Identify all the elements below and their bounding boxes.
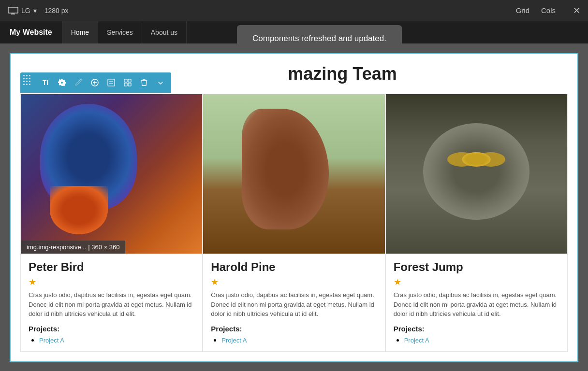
card-text-peter: Cras justo odio, dapibus ac facilisis in…: [29, 290, 194, 319]
grid-button[interactable]: Grid: [516, 6, 529, 14]
edit-button[interactable]: [71, 75, 86, 90]
top-bar-actions: Grid Cols: [516, 6, 556, 14]
card-projects-label-harold: Projects:: [211, 325, 377, 333]
nav-item-home[interactable]: Home: [62, 21, 98, 43]
device-label: LG: [21, 7, 30, 14]
chevron-icon: ▾: [33, 7, 37, 14]
page-preview: mazing Team TI: [10, 53, 578, 362]
team-card-harold: Harold Pine ★ Cras justo odio, dapibus a…: [203, 94, 385, 352]
project-link-forest-a[interactable]: Project A: [404, 337, 429, 344]
card-projects-label-forest: Projects:: [394, 325, 559, 333]
team-grid: TI: [20, 94, 568, 352]
monitor-icon: [8, 7, 18, 14]
top-bar: LG ▾ 1280 px Grid Cols ✕: [0, 0, 588, 21]
delete-button[interactable]: [136, 75, 152, 90]
card-image-peter: img.img-responsive... | 360 × 360: [21, 94, 202, 254]
card-name-forest: Forest Jump: [394, 260, 559, 274]
cols-button[interactable]: Cols: [541, 6, 556, 14]
text-format-button[interactable]: TI: [38, 75, 53, 90]
nav-brand[interactable]: My Website: [0, 21, 62, 43]
card-image-forest: [386, 94, 567, 254]
nav-item-services[interactable]: Services: [98, 21, 142, 43]
close-button[interactable]: ✕: [573, 5, 580, 16]
card-body-harold: Harold Pine ★ Cras justo odio, dapibus a…: [203, 254, 384, 351]
card-body-forest: Forest Jump ★ Cras justo odio, dapibus a…: [386, 254, 567, 351]
card-text-harold: Cras justo odio, dapibus ac facilisis in…: [211, 290, 377, 319]
canvas-area: mazing Team TI: [0, 43, 588, 371]
settings-button[interactable]: [54, 75, 70, 90]
horse-image: [203, 94, 384, 254]
svg-rect-2: [108, 79, 115, 86]
image-tooltip: img.img-responsive... | 360 × 360: [21, 241, 125, 254]
team-card-peter: img.img-responsive... | 360 × 360 Peter …: [20, 94, 203, 352]
svg-rect-6: [128, 83, 131, 86]
card-text-forest: Cras justo odio, dapibus ac facilisis in…: [394, 290, 559, 319]
grid-layout-button[interactable]: [120, 75, 135, 90]
svg-rect-5: [124, 83, 127, 86]
owl-image: [386, 94, 567, 254]
card-star-harold: ★: [211, 277, 377, 287]
card-star-peter: ★: [29, 277, 194, 287]
expand-button[interactable]: [153, 75, 168, 90]
card-image-harold: [203, 94, 384, 254]
nav-item-about[interactable]: About us: [142, 21, 187, 43]
nav-bar: My Website Home Services About us Compon…: [0, 21, 588, 43]
svg-rect-3: [124, 79, 127, 82]
svg-rect-4: [128, 79, 131, 82]
card-name-peter: Peter Bird: [29, 260, 194, 274]
project-link-peter-a[interactable]: Project A: [39, 337, 64, 344]
card-projects-label-peter: Projects:: [29, 325, 194, 333]
card-body-peter: Peter Bird ★ Cras justo odio, dapibus ac…: [21, 254, 202, 351]
device-selector[interactable]: LG ▾: [8, 7, 37, 14]
refresh-button[interactable]: [103, 75, 119, 90]
card-projects-list-forest: Project A: [394, 336, 559, 344]
team-card-forest: Forest Jump ★ Cras justo odio, dapibus a…: [385, 94, 568, 352]
card-star-forest: ★: [394, 277, 559, 287]
card-name-harold: Harold Pine: [211, 260, 377, 274]
add-button[interactable]: [87, 75, 103, 90]
parrot-image: [21, 94, 202, 254]
drag-handle[interactable]: [23, 75, 35, 90]
resolution-label: 1280 px: [44, 7, 69, 14]
card-projects-list-peter: Project A: [29, 336, 194, 344]
svg-rect-0: [8, 7, 18, 13]
project-link-harold-a[interactable]: Project A: [221, 337, 247, 344]
card-projects-list-harold: Project A: [211, 336, 377, 344]
component-toolbar: TI: [20, 72, 171, 93]
